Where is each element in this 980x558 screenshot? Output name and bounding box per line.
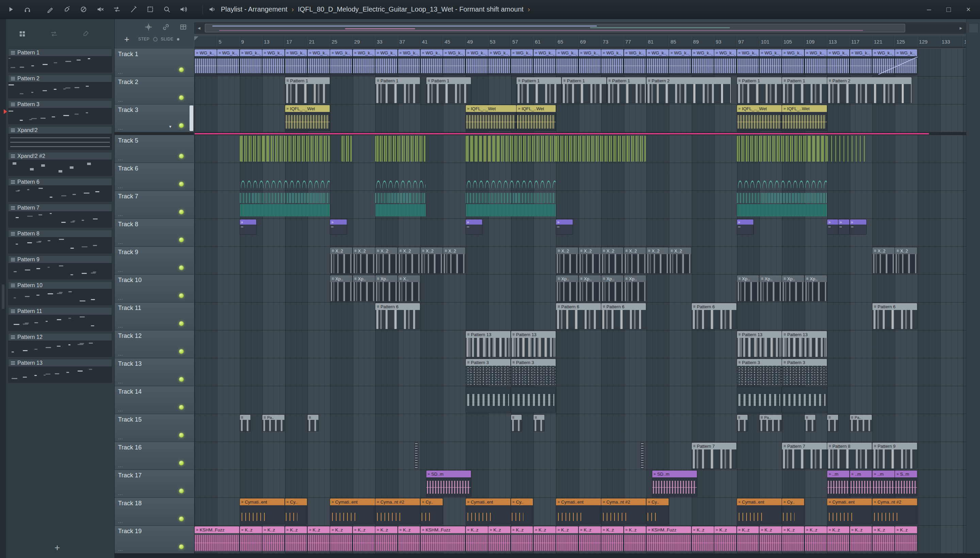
track-lane[interactable]: ≡Pattern 7≡Pattern 7≡Pattern 8≡Pattern 9 [195,442,966,470]
clip-x-2[interactable]: ≡X..2 [624,247,646,273]
pattern-thumbnail[interactable] [8,366,112,383]
track-size-grip[interactable]: ... [118,407,123,412]
clip-xp-[interactable]: ≡Xp.. [601,275,624,301]
clip-x-2[interactable]: ≡X..2 [601,247,624,273]
clip-pattern-8[interactable]: ≡Pattern 8 [827,443,872,469]
pattern-thumbnail[interactable] [8,289,112,305]
clip-green[interactable] [737,136,827,162]
track-lane[interactable]: »SD..m»SD..m»..m»..m»..m»S..m [195,470,966,498]
clip-wg-k-115[interactable]: »WG_k.._115 [624,49,646,75]
speaker-icon[interactable] [208,5,216,13]
clip-k-z[interactable]: »K..z [398,526,420,552]
clip-arcs[interactable] [240,166,330,188]
pattern-item[interactable]: Pattern 7 [8,204,112,229]
clip-pattern-9[interactable]: ≡Pattern 9 [872,443,917,469]
step-label[interactable]: STEP [138,37,149,41]
clip-x-2[interactable]: ≡X..2 [353,247,375,273]
clip-kshm-fuzz[interactable]: »KSHM..Fuzz [647,526,691,552]
clip-k-z[interactable]: »K..z [601,526,624,552]
track-lane[interactable]: »IQFL_.._Wet»IQFL_.._Wet»IQFL_..Wet»IQFL… [195,105,966,132]
track-size-grip[interactable]: ... [118,240,123,245]
clip-x-2[interactable]: ≡X..2 [647,247,669,273]
clip-s-m[interactable]: »S..m [895,471,917,496]
clip-green[interactable] [341,136,353,162]
track-lane[interactable]: ≡Pattern 13≡Pattern 13≡Pattern 13≡Patter… [195,330,966,358]
clip-wg-k-115[interactable]: »WG_k.._115 [398,49,420,75]
clip-wg-k-115[interactable]: »WG_k.._115 [895,49,917,75]
clip-wg-k-115[interactable]: »WG_k.._115 [195,49,217,75]
clip-k-z[interactable]: »K..z [850,526,872,552]
clip-arcs[interactable] [737,166,827,188]
track-mute-led[interactable] [179,433,184,438]
track-mute-led[interactable] [179,544,184,549]
clip-k-z[interactable]: »K..z [782,526,804,552]
clip-purp[interactable]: » [466,220,482,235]
clip-xp-[interactable]: ≡Xp.. [375,275,397,301]
clip-cy-[interactable]: »Cy.. [782,499,804,524]
clip-mini[interactable]: ≡ [737,415,748,431]
pattern-item-header[interactable]: Pattern 7 [8,204,112,211]
clip-pattern-1[interactable]: ≡Pattern 1 [285,77,330,103]
pattern-thumbnail[interactable] [8,134,112,150]
clip-wg-k-115[interactable]: »WG_k.._115 [443,49,465,75]
add-track-button[interactable]: + [124,35,129,44]
clip-pattern-2[interactable]: ≡Pattern 2 [827,77,912,103]
clip-cyma-nt-2[interactable]: »Cyma..nt #2 [601,499,646,524]
clip-purp[interactable]: » [839,220,849,235]
track-header[interactable]: Track 19... [115,526,194,553]
pattern-item[interactable]: Pattern 1 [8,49,112,74]
clip-wg-k-115[interactable]: »WG_k.._115 [375,49,397,75]
track-lane[interactable] [195,163,966,191]
pattern-thumbnail[interactable] [8,108,112,124]
pattern-item-header[interactable]: Pattern 8 [8,230,112,237]
pattern-item[interactable]: Xpand!2 [8,126,112,151]
clip-purp[interactable]: » [827,220,838,235]
clip-wg-k-115[interactable]: »WG_k.._115 [240,49,262,75]
pattern-item-header[interactable]: Xpand!2 [8,126,112,134]
clip-kshm-fuzz[interactable]: »KSHM..Fuzz [195,526,239,552]
track-size-grip[interactable]: ... [118,547,123,552]
track-header[interactable]: Track 1... [115,49,194,77]
track-mute-led[interactable] [179,321,184,326]
track-mute-led[interactable] [179,293,184,298]
track-header[interactable]: Track 5... [115,135,194,163]
track-lane[interactable]: ≡≡Pa..≡≡≡≡≡Pa..≡≡≡Pa.. [195,414,966,442]
track-mute-led[interactable] [179,123,184,128]
clip-wg-k-115[interactable]: »WG_k.._115 [488,49,511,75]
clip-pattern-6[interactable]: ≡Pattern 6 [872,303,917,329]
slide-toggle[interactable] [177,38,179,41]
clip-pattern-3[interactable]: ≡Pattern 3 [737,359,781,385]
clip-tealwave[interactable] [466,192,556,217]
clip-wg-k-115[interactable]: »WG_k.._115 [534,49,556,75]
track-lane[interactable]: »Cymati..ent»Cy..»Cymati..ent»Cyma..nt #… [195,498,966,526]
add-pattern-button[interactable]: + [54,542,60,553]
track-header[interactable]: Track 2... [115,77,194,105]
pattern-item-header[interactable]: Xpand!2 #2 [8,152,112,159]
pattern-thumbnail[interactable] [8,315,112,331]
select-icon[interactable] [146,5,154,13]
clip-wg-k-115[interactable]: »WG_k.._115 [827,49,849,75]
clip-wg-k-115[interactable]: »WG_k.._115 [805,49,827,75]
slide-label[interactable]: SLIDE [161,37,174,41]
clip-wg-k-115[interactable]: »WG_k.._115 [737,49,759,75]
clip-k-z[interactable]: »K..z [760,526,781,552]
clip-iqfl-wet[interactable]: »IQFL_..Wet [782,105,827,131]
clip-wg-k-115[interactable]: »WG_k.._115 [511,49,533,75]
track-mute-led[interactable] [179,154,184,159]
clip-k-z[interactable]: »K..z [285,526,307,552]
grid-table-icon[interactable] [179,23,187,31]
clip-xp-[interactable]: ≡Xp.. [579,275,601,301]
track-mute-led[interactable] [179,461,184,466]
clip-iqfl-wet[interactable]: »IQFL_.._Wet [285,105,330,131]
pattern-item-header[interactable]: Pattern 13 [8,359,112,366]
track-size-grip[interactable]: ... [118,323,123,329]
pattern-item[interactable]: Pattern 6 [8,178,112,203]
clip-wg-k-115[interactable]: »WG_k.._115 [330,49,352,75]
clip-k-z[interactable]: »K..z [263,526,284,552]
track-lane[interactable]: ≡X..2≡X..2≡X..2≡X..2≡X..2≡X..2≡X..2≡X..2… [195,247,966,274]
clip-pa-[interactable]: ≡Pa.. [760,415,781,431]
track-lane[interactable] [195,191,966,219]
clip-k-z[interactable]: »K..z [466,526,488,552]
clip-pattern-13[interactable]: ≡Pattern 13 [466,331,511,357]
clip-x-2[interactable]: ≡X..2 [330,247,352,273]
